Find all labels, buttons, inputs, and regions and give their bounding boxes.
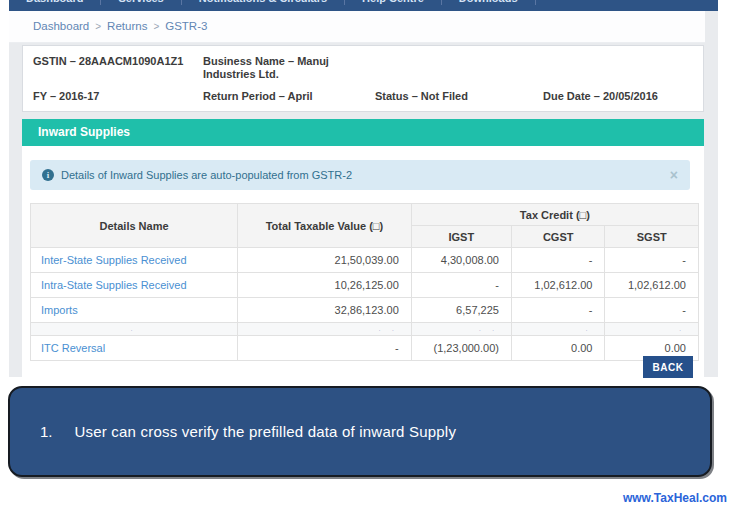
row-details-link[interactable]: Intra-State Supplies Received bbox=[31, 273, 238, 298]
col-header-igst: IGST bbox=[411, 226, 511, 248]
info-banner: i Details of Inward Supplies are auto-po… bbox=[30, 160, 690, 190]
row-cgst-value: - bbox=[511, 248, 605, 273]
row-sgst-value: . bbox=[605, 323, 699, 336]
row-details-link: . bbox=[31, 323, 238, 336]
return-summary-card: GSTIN – 28AAACM1090A1Z1 Business Name – … bbox=[22, 45, 704, 112]
row-igst-value: . . bbox=[411, 323, 511, 336]
row-cgst-value: 0.00 bbox=[511, 336, 605, 361]
row-sgst-value: - bbox=[605, 248, 699, 273]
row-cgst-value: . bbox=[511, 323, 605, 336]
row-cgst-value: 1,02,612.00 bbox=[511, 273, 605, 298]
due-date-value: Due Date – 20/05/2016 bbox=[543, 90, 693, 103]
row-igst-value: 6,57,225 bbox=[411, 298, 511, 323]
return-period-value: Return Period – April bbox=[203, 90, 375, 103]
breadcrumb-bar: Dashboard>Returns>GSTR-3 bbox=[9, 11, 705, 43]
row-igst-value: - bbox=[411, 273, 511, 298]
close-icon[interactable]: × bbox=[670, 168, 678, 182]
annotation-text: User can cross verify the prefilled data… bbox=[75, 423, 457, 440]
row-igst-value: 4,30,008.00 bbox=[411, 248, 511, 273]
row-sgst-value: 1,02,612.00 bbox=[605, 273, 699, 298]
gstin-value: GSTIN – 28AAACM1090A1Z1 bbox=[33, 55, 203, 81]
info-banner-text: Details of Inward Supplies are auto-popu… bbox=[61, 169, 352, 181]
annotation-number: 1. bbox=[40, 423, 53, 440]
business-name-value: Business Name – Manuj Industries Ltd. bbox=[203, 55, 375, 81]
row-details-link[interactable]: Imports bbox=[31, 298, 238, 323]
nav-item[interactable]: Downloads bbox=[442, 0, 536, 5]
info-icon: i bbox=[42, 169, 54, 181]
breadcrumb-separator: > bbox=[95, 21, 101, 32]
section-header-inward-supplies: Inward Supplies bbox=[22, 119, 704, 146]
table-row: .. .. ... bbox=[31, 323, 699, 336]
row-sgst-value: - bbox=[605, 298, 699, 323]
row-total-taxable-value: 10,26,125.00 bbox=[238, 273, 412, 298]
back-button[interactable]: BACK bbox=[643, 356, 693, 378]
status-value: Status – Not Filed bbox=[375, 90, 543, 103]
row-details-link[interactable]: Inter-State Supplies Received bbox=[31, 248, 238, 273]
row-total-taxable-value: 32,86,123.00 bbox=[238, 298, 412, 323]
inward-supplies-table: Details Name Total Taxable Value (□) Tax… bbox=[30, 203, 699, 361]
row-total-taxable-value: 21,50,039.00 bbox=[238, 248, 412, 273]
row-cgst-value: - bbox=[511, 298, 605, 323]
col-header-tax-credit: Tax Credit (□) bbox=[411, 204, 698, 226]
breadcrumb-item[interactable]: Returns bbox=[107, 20, 147, 32]
slide: DashboardServicesNotifications & Circula… bbox=[0, 0, 739, 515]
row-igst-value: (1,23,000.00) bbox=[411, 336, 511, 361]
top-nav: DashboardServicesNotifications & Circula… bbox=[9, 0, 718, 5]
breadcrumb-separator: > bbox=[153, 21, 159, 32]
nav-item[interactable]: Services bbox=[101, 0, 181, 5]
col-header-sgst: SGST bbox=[605, 226, 699, 248]
table-row: Intra-State Supplies Received10,26,125.0… bbox=[31, 273, 699, 298]
nav-item[interactable]: Notifications & Circulars bbox=[182, 0, 345, 5]
table-row: ITC Reversal-(1,23,000.00)0.000.00 bbox=[31, 336, 699, 361]
table-row: Inter-State Supplies Received21,50,039.0… bbox=[31, 248, 699, 273]
col-header-cgst: CGST bbox=[511, 226, 605, 248]
breadcrumb: Dashboard>Returns>GSTR-3 bbox=[9, 11, 705, 42]
annotation-callout: 1. User can cross verify the prefilled d… bbox=[8, 386, 712, 477]
row-total-taxable-value: - bbox=[238, 336, 412, 361]
inward-supplies-table-wrap: Details Name Total Taxable Value (□) Tax… bbox=[30, 203, 699, 361]
top-nav-bar: DashboardServicesNotifications & Circula… bbox=[9, 0, 718, 11]
breadcrumb-item[interactable]: Dashboard bbox=[33, 20, 89, 32]
table-row: Imports32,86,123.006,57,225-- bbox=[31, 298, 699, 323]
row-details-link[interactable]: ITC Reversal bbox=[31, 336, 238, 361]
financial-year-value: FY – 2016-17 bbox=[33, 90, 203, 103]
nav-item[interactable]: Help Centre bbox=[345, 0, 442, 5]
inward-supplies-panel: i Details of Inward Supplies are auto-po… bbox=[22, 146, 704, 377]
nav-item[interactable]: Dashboard bbox=[9, 0, 101, 5]
col-header-total-taxable-value: Total Taxable Value (□) bbox=[238, 204, 412, 248]
watermark-link[interactable]: www.TaxHeal.com bbox=[623, 491, 727, 505]
row-total-taxable-value: . . bbox=[238, 323, 412, 336]
col-header-details-name: Details Name bbox=[31, 204, 238, 248]
breadcrumb-item[interactable]: GSTR-3 bbox=[165, 20, 207, 32]
